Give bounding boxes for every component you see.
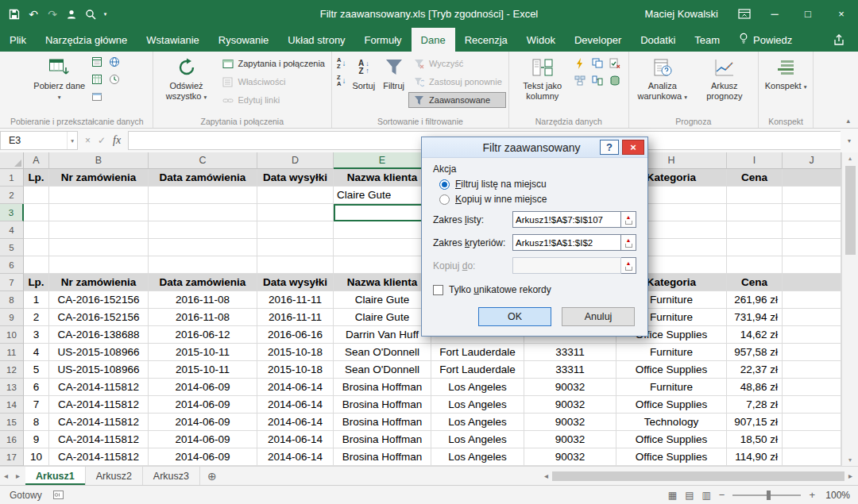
cell-I4[interactable] bbox=[727, 221, 783, 239]
row-header-12[interactable]: 12 bbox=[0, 361, 24, 379]
cell-F17[interactable]: Los Angeles bbox=[431, 448, 524, 466]
cell-J3[interactable] bbox=[783, 204, 841, 221]
cell-I6[interactable] bbox=[727, 256, 783, 274]
cell-I12[interactable]: 22,37 zł bbox=[727, 361, 783, 379]
cell-B13[interactable]: CA-2014-115812 bbox=[49, 379, 149, 396]
existing-connections-icon[interactable] bbox=[91, 90, 103, 102]
cell-E12[interactable]: Sean O'Donnell bbox=[334, 361, 431, 379]
add-contact-icon[interactable] bbox=[63, 4, 80, 25]
close-button[interactable]: × bbox=[825, 0, 858, 28]
tab-narzędzia-główne[interactable]: Narzędzia główne bbox=[36, 28, 137, 52]
cell-J8[interactable] bbox=[783, 291, 841, 309]
cell-A8[interactable]: 1 bbox=[24, 291, 49, 309]
cell-I17[interactable]: 114,90 zł bbox=[727, 448, 783, 466]
row-header-16[interactable]: 16 bbox=[0, 431, 24, 448]
insert-function-icon[interactable]: fx bbox=[113, 134, 121, 147]
cell-J2[interactable] bbox=[783, 187, 841, 204]
cell-I15[interactable]: 907,15 zł bbox=[727, 414, 783, 431]
cell-I2[interactable] bbox=[727, 187, 783, 204]
view-page-break-icon[interactable]: ▥ bbox=[701, 490, 710, 501]
cell-E7[interactable]: Nazwa klienta bbox=[334, 274, 431, 291]
cell-B4[interactable] bbox=[49, 221, 149, 239]
column-header-C[interactable]: C bbox=[149, 152, 257, 169]
cell-I9[interactable]: 731,94 zł bbox=[727, 309, 783, 326]
cell-I14[interactable]: 7,28 zł bbox=[727, 396, 783, 414]
macro-record-icon[interactable] bbox=[53, 491, 64, 499]
unique-records-checkbox[interactable]: Tylko unikatowe rekordy bbox=[433, 284, 636, 295]
cell-G16[interactable]: 90032 bbox=[524, 431, 616, 448]
sheet-tab-arkusz3[interactable]: Arkusz3 bbox=[143, 467, 200, 485]
cell-A2[interactable] bbox=[24, 187, 49, 204]
cell-I11[interactable]: 957,58 zł bbox=[727, 344, 783, 361]
scroll-down-icon[interactable]: ▾ bbox=[848, 454, 852, 466]
save-icon[interactable] bbox=[6, 4, 23, 25]
cell-F15[interactable]: Los Angeles bbox=[431, 414, 524, 431]
row-header-6[interactable]: 6 bbox=[0, 256, 24, 274]
horizontal-scroll-thumb[interactable] bbox=[552, 471, 844, 481]
what-if-analysis-button[interactable]: Analiza warunkowa ▾ bbox=[632, 52, 694, 115]
cell-A3[interactable] bbox=[24, 204, 49, 221]
cell-C12[interactable]: 2015-10-11 bbox=[149, 361, 257, 379]
zoom-slider[interactable] bbox=[732, 494, 801, 496]
cell-H13[interactable]: Furniture bbox=[616, 379, 727, 396]
cell-B3[interactable] bbox=[49, 204, 149, 221]
cell-D17[interactable]: 2014-06-14 bbox=[257, 448, 334, 466]
collapse-ribbon-icon[interactable]: ▴ bbox=[846, 117, 850, 125]
customize-qat-icon[interactable]: ▾ bbox=[101, 4, 110, 25]
edit-links-button[interactable]: Edytuj linki bbox=[218, 92, 329, 108]
account-name[interactable]: Maciej Kowalski bbox=[645, 8, 718, 20]
copy-to-location-radio[interactable]: Kopiuj w inne miejsce bbox=[439, 194, 636, 205]
row-header-13[interactable]: 13 bbox=[0, 379, 24, 396]
cell-F12[interactable]: Fort Lauderdale bbox=[431, 361, 524, 379]
sort-za-icon[interactable]: ZA ↓ bbox=[337, 74, 346, 87]
cancel-formula-icon[interactable]: × bbox=[85, 135, 91, 146]
cell-E4[interactable] bbox=[334, 221, 431, 239]
cell-B16[interactable]: CA-2014-115812 bbox=[49, 431, 149, 448]
tab-widok[interactable]: Widok bbox=[517, 28, 565, 52]
cell-A5[interactable] bbox=[24, 239, 49, 256]
cell-C3[interactable] bbox=[149, 204, 257, 221]
cell-E11[interactable]: Sean O'Donnell bbox=[334, 344, 431, 361]
cell-D11[interactable]: 2015-10-18 bbox=[257, 344, 334, 361]
cell-A17[interactable]: 10 bbox=[24, 448, 49, 466]
tab-rysowanie[interactable]: Rysowanie bbox=[209, 28, 279, 52]
cell-A1[interactable]: Lp. bbox=[24, 169, 49, 187]
column-header-I[interactable]: I bbox=[727, 152, 783, 169]
cell-F13[interactable]: Los Angeles bbox=[431, 379, 524, 396]
cell-J9[interactable] bbox=[783, 309, 841, 326]
cell-I1[interactable]: Cena bbox=[727, 169, 783, 187]
from-table-icon[interactable] bbox=[91, 73, 103, 85]
cell-F14[interactable]: Los Angeles bbox=[431, 396, 524, 414]
ribbon-display-options-icon[interactable] bbox=[731, 0, 758, 28]
row-header-17[interactable]: 17 bbox=[0, 448, 24, 466]
criteria-range-input[interactable] bbox=[512, 234, 621, 251]
cell-J11[interactable] bbox=[783, 344, 841, 361]
cell-J6[interactable] bbox=[783, 256, 841, 274]
cell-D10[interactable]: 2016-06-16 bbox=[257, 326, 334, 344]
select-all-button[interactable] bbox=[0, 152, 24, 169]
cell-A15[interactable]: 8 bbox=[24, 414, 49, 431]
cell-F11[interactable]: Fort Lauderdale bbox=[431, 344, 524, 361]
cell-F16[interactable]: Los Angeles bbox=[431, 431, 524, 448]
cell-D1[interactable]: Data wysyłki bbox=[257, 169, 334, 187]
cell-H16[interactable]: Office Supplies bbox=[616, 431, 727, 448]
flash-fill-icon[interactable] bbox=[574, 57, 586, 69]
get-data-button[interactable]: Pobierz dane ▾ bbox=[29, 52, 91, 115]
cell-I3[interactable] bbox=[727, 204, 783, 221]
relationships-icon[interactable] bbox=[591, 75, 604, 87]
cell-B10[interactable]: CA-2016-138688 bbox=[49, 326, 149, 344]
cell-H12[interactable]: Office Supplies bbox=[616, 361, 727, 379]
cell-E6[interactable] bbox=[334, 256, 431, 274]
cell-G14[interactable]: 90032 bbox=[524, 396, 616, 414]
cell-B9[interactable]: CA-2016-152156 bbox=[49, 309, 149, 326]
tab-team[interactable]: Team bbox=[685, 28, 729, 52]
cell-J16[interactable] bbox=[783, 431, 841, 448]
forecast-sheet-button[interactable]: Arkusz prognozy bbox=[694, 52, 756, 115]
cell-E17[interactable]: Brosina Hoffman bbox=[334, 448, 431, 466]
cell-J10[interactable] bbox=[783, 326, 841, 344]
clear-filter-button[interactable]: Wyczyść bbox=[408, 56, 506, 71]
cell-C11[interactable]: 2015-10-11 bbox=[149, 344, 257, 361]
cell-B11[interactable]: US-2015-108966 bbox=[49, 344, 149, 361]
cell-A14[interactable]: 7 bbox=[24, 396, 49, 414]
sheet-nav-left-icon[interactable]: ◂ bbox=[0, 467, 12, 485]
